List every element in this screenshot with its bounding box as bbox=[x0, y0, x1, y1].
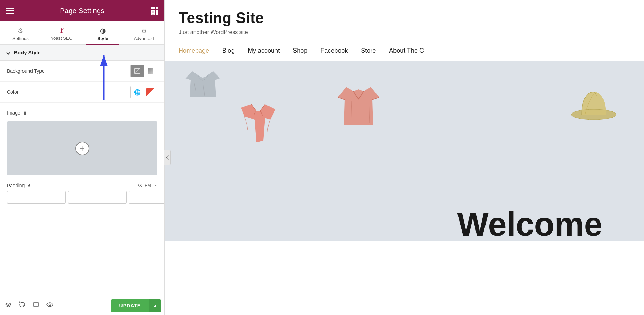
add-image-icon[interactable]: + bbox=[75, 142, 89, 155]
padding-field: Padding 🖥 PX EM % bbox=[0, 179, 164, 207]
globe-icon: 🌐 bbox=[134, 89, 141, 96]
tab-yoast-seo[interactable]: Y Yoast SEO bbox=[41, 24, 82, 44]
image-field-row: Image 🖥 bbox=[0, 103, 164, 120]
device-icon[interactable] bbox=[31, 300, 41, 311]
padding-label-row: Padding 🖥 PX EM % bbox=[7, 183, 157, 188]
pink-shirt-illustration bbox=[338, 82, 379, 127]
body-style-section-header: Body Style bbox=[0, 45, 164, 61]
svg-line-3 bbox=[136, 69, 139, 73]
svg-point-7 bbox=[49, 304, 51, 306]
update-dropdown-btn[interactable]: ▲ bbox=[149, 299, 161, 312]
settings-tab-icon: ⚙ bbox=[18, 27, 23, 35]
background-type-buttons bbox=[130, 65, 157, 77]
panel-header: Page Settings bbox=[0, 0, 164, 21]
hero-section: Welcome bbox=[165, 61, 644, 241]
padding-bottom-input[interactable] bbox=[129, 191, 164, 204]
advanced-tab-icon: ⚙ bbox=[141, 27, 147, 35]
panel-collapse-handle[interactable] bbox=[164, 150, 171, 165]
grid-apps-icon[interactable] bbox=[151, 7, 158, 15]
panel-bottom-toolbar: UPDATE ▲ bbox=[0, 296, 164, 315]
nav-facebook[interactable]: Facebook bbox=[320, 47, 348, 54]
site-tagline: Just another WordPress site bbox=[179, 29, 630, 35]
bg-type-gradient-btn[interactable] bbox=[144, 65, 157, 77]
pink-crumpled-shirt-illustration bbox=[241, 102, 279, 144]
padding-right-input[interactable] bbox=[68, 191, 127, 204]
unit-px-btn[interactable]: PX bbox=[136, 183, 142, 188]
background-type-field: Background Type bbox=[0, 61, 164, 82]
color-buttons: 🌐 bbox=[130, 86, 157, 98]
tab-style-label: Style bbox=[97, 36, 108, 41]
hamburger-menu-icon[interactable] bbox=[6, 8, 14, 14]
tab-style[interactable]: ◑ Style bbox=[82, 24, 124, 44]
website-preview: Testing Site Just another WordPress site… bbox=[165, 0, 644, 315]
section-collapse-icon[interactable] bbox=[6, 51, 10, 54]
yoast-tab-icon: Y bbox=[60, 27, 64, 34]
update-button[interactable]: UPDATE bbox=[111, 299, 149, 312]
bottom-icon-group bbox=[3, 300, 55, 311]
tab-yoast-label: Yoast SEO bbox=[51, 36, 73, 41]
panel-tabs: ⚙ Settings Y Yoast SEO ◑ Style ⚙ Advance… bbox=[0, 21, 164, 45]
panel-body: Body Style Background Type bbox=[0, 45, 164, 296]
color-label: Color bbox=[7, 89, 18, 95]
image-label: Image 🖥 bbox=[7, 110, 27, 116]
color-picker-btn[interactable] bbox=[144, 86, 157, 98]
beige-hat-illustration bbox=[571, 89, 616, 120]
nav-store[interactable]: Store bbox=[361, 47, 376, 54]
tab-advanced-label: Advanced bbox=[134, 36, 154, 41]
nav-shop[interactable]: Shop bbox=[293, 47, 307, 54]
page-settings-panel: Page Settings ⚙ Settings Y Yoast SEO ◑ S… bbox=[0, 0, 165, 315]
panel-title: Page Settings bbox=[60, 7, 104, 15]
site-header: Testing Site Just another WordPress site bbox=[165, 0, 644, 41]
bg-type-solid-btn[interactable] bbox=[131, 65, 144, 77]
unit-em-btn[interactable]: EM bbox=[145, 183, 151, 188]
svg-rect-4 bbox=[148, 68, 153, 74]
tab-settings[interactable]: ⚙ Settings bbox=[0, 24, 41, 44]
welcome-text: Welcome bbox=[457, 208, 602, 241]
tab-advanced[interactable]: ⚙ Advanced bbox=[123, 24, 164, 44]
svg-rect-6 bbox=[33, 303, 39, 306]
color-global-btn[interactable]: 🌐 bbox=[131, 86, 144, 98]
unit-percent-btn[interactable]: % bbox=[154, 183, 157, 188]
padding-label: Padding 🖥 bbox=[7, 183, 31, 188]
nav-homepage[interactable]: Homepage bbox=[179, 47, 209, 54]
color-preview-swatch bbox=[146, 88, 155, 96]
padding-unit-buttons: PX EM % bbox=[136, 183, 157, 188]
nav-about[interactable]: About The C bbox=[389, 47, 424, 54]
site-navigation: Homepage Blog My account Shop Facebook S… bbox=[165, 41, 644, 61]
eye-icon[interactable] bbox=[45, 300, 55, 311]
padding-inputs bbox=[7, 191, 157, 204]
tab-settings-label: Settings bbox=[12, 36, 29, 41]
nav-blog[interactable]: Blog bbox=[222, 47, 235, 54]
image-field-icon: 🖥 bbox=[22, 110, 27, 116]
update-button-group: UPDATE ▲ bbox=[111, 299, 161, 312]
layers-icon[interactable] bbox=[3, 300, 13, 311]
background-type-label: Background Type bbox=[7, 68, 45, 74]
padding-top-input[interactable] bbox=[7, 191, 66, 204]
section-title: Body Style bbox=[14, 50, 41, 55]
grey-shirt-illustration bbox=[185, 68, 220, 99]
site-title: Testing Site bbox=[179, 10, 630, 26]
padding-device-icon: 🖥 bbox=[27, 183, 31, 188]
history-icon[interactable] bbox=[17, 300, 27, 311]
style-tab-icon: ◑ bbox=[100, 27, 106, 35]
image-upload-area[interactable]: + bbox=[7, 122, 157, 175]
nav-my-account[interactable]: My account bbox=[248, 47, 280, 54]
color-field: Color 🌐 bbox=[0, 82, 164, 103]
